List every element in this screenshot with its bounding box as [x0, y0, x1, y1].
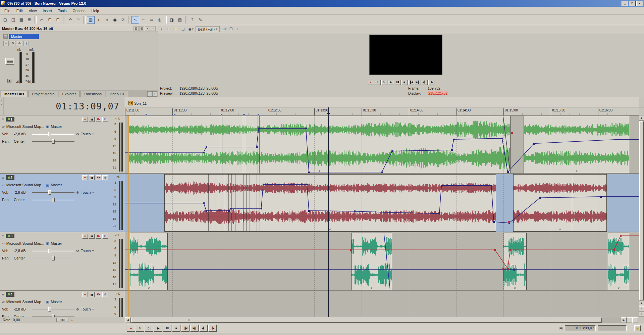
bus-routing-icon[interactable]: ▣ [46, 125, 49, 129]
audio-event[interactable]: ⊕ [128, 116, 511, 173]
mixer-button[interactable]: ▤ [176, 16, 184, 24]
track-grip-icon[interactable]: ≡ [2, 234, 4, 238]
vscroll-track[interactable] [639, 121, 644, 301]
external-monitor-button[interactable]: ◫ [180, 26, 186, 32]
volume-value[interactable]: -2,8 dB [14, 307, 31, 311]
title-bar[interactable]: 0% (30 of 30) - Son Nu.veg - Vegas Pro 1… [0, 0, 644, 7]
zoom-out-vertical-button[interactable]: − [639, 306, 644, 312]
track-4-mute-button[interactable]: ⊘ [102, 292, 108, 297]
envelope-node[interactable] [258, 128, 260, 129]
envelope-node[interactable] [228, 210, 230, 212]
tab-video-fx[interactable]: Video FX [106, 91, 128, 97]
event-handle-icon[interactable]: ⊕ [575, 170, 579, 173]
copy-button[interactable]: ⊞ [46, 16, 54, 24]
envelope-node[interactable] [350, 249, 352, 251]
track-lane-1[interactable]: ⊕⊕ [125, 115, 639, 174]
go-to-end-button[interactable]: ▶▌ [190, 325, 199, 332]
envelope-node[interactable] [451, 149, 453, 151]
playback-cursor[interactable] [328, 115, 329, 317]
tab-master-bus[interactable]: Master Bus [1, 91, 28, 97]
recording-device-label[interactable]: Microsoft Sound Map... [6, 125, 44, 129]
track-header-4[interactable]: ≡4●▮▮✖▾⊘▱Microsoft Sound Map...▣MasterVo… [0, 291, 125, 317]
normal-edit-tool-button[interactable]: ↖ [131, 16, 139, 24]
undo-button[interactable]: ↶ [66, 16, 74, 24]
marker-number[interactable]: 11 [128, 101, 133, 105]
auto-ripple-button[interactable]: ≈ [103, 16, 111, 24]
bus-assignment-label[interactable]: Master [51, 125, 62, 129]
recording-device-label[interactable]: Microsoft Sound Map... [6, 183, 44, 187]
zoom-in-vertical-button[interactable]: + [639, 312, 644, 317]
track-header-2[interactable]: ≡2●▮▮✖▾⊘▱Microsoft Sound Map...▣MasterVo… [0, 174, 125, 232]
event-handle-icon[interactable]: ⊕ [616, 286, 621, 290]
timeline-marker[interactable]: 11 Son_11 [128, 101, 147, 105]
redo-button[interactable]: ↷ [74, 16, 82, 24]
envelope-node[interactable] [494, 249, 496, 251]
pan-slider[interactable] [32, 315, 74, 317]
envelope-node[interactable] [507, 268, 509, 270]
event-handle-icon[interactable]: ⊕ [147, 286, 151, 290]
track-4-track-fx-button[interactable]: ✖▾ [96, 292, 101, 297]
preview-quality-dropdown[interactable]: Best (Full)▾ [196, 26, 220, 32]
audio-event[interactable]: ⊕ [130, 233, 168, 290]
copy-snapshot-button[interactable]: ⊡ [166, 26, 172, 32]
audio-event[interactable]: ⊕ [513, 174, 607, 232]
tab-transitions[interactable]: Transitions [80, 91, 105, 97]
pan-slider[interactable] [32, 198, 74, 202]
envelope-node[interactable] [203, 152, 205, 153]
menu-file[interactable]: File [1, 7, 13, 14]
automation-settings-icon[interactable]: ⚙ [76, 132, 79, 136]
envelope-node[interactable] [620, 235, 622, 237]
bus-fader-icon[interactable]: ≡ [3, 41, 9, 46]
bus-assignment-label[interactable]: Master [51, 300, 62, 304]
open-project-button[interactable]: ◰ [9, 16, 17, 24]
pan-value[interactable]: Center [14, 139, 31, 143]
track-3-mute-button[interactable]: ⊘ [102, 234, 108, 239]
envelope-node[interactable] [230, 208, 232, 209]
video-output-button[interactable]: ⊟ [173, 26, 179, 32]
automation-settings-icon[interactable]: ⚙ [76, 191, 79, 194]
envelope-node[interactable] [509, 249, 511, 251]
ignore-event-grouping-button[interactable]: ⊘ [119, 16, 127, 24]
scroll-down-button[interactable]: ▼ [639, 301, 644, 306]
envelope-node[interactable] [507, 172, 509, 173]
pan-slider-thumb[interactable] [52, 256, 55, 260]
zoom-in-button[interactable]: + [632, 317, 638, 323]
transport-time-display[interactable]: 01:13:09,07 [565, 325, 596, 331]
track-grip-icon[interactable]: ≡ [2, 176, 4, 180]
paste-button[interactable]: ⊟ [54, 16, 62, 24]
bus-routing-icon[interactable]: ▣ [46, 183, 49, 187]
volume-fader-thumb[interactable] [48, 190, 51, 195]
bus-mute-icon[interactable]: ⊘ [17, 41, 22, 46]
cursor-head-icon[interactable] [327, 113, 330, 115]
enable-snapping-button[interactable]: ▥ [87, 16, 95, 24]
preview-pin-button[interactable]: ⌖ [159, 26, 165, 32]
menu-tools[interactable]: Tools [55, 7, 70, 14]
tab-explorer[interactable]: Explorer [59, 91, 80, 97]
menu-options[interactable]: Options [70, 7, 89, 14]
next-frame-button[interactable]: ▕▶ [428, 80, 434, 85]
go-to-start-button[interactable]: ▐◀ [181, 325, 190, 332]
new-project-button[interactable]: ▢ [1, 16, 9, 24]
play-button[interactable]: ▶ [388, 80, 394, 85]
envelope-node[interactable] [391, 150, 393, 152]
volume-fader-thumb[interactable] [48, 307, 51, 312]
audio-event[interactable]: ⊕ [524, 116, 629, 173]
mixer-panel-button-4[interactable]: ≡ [151, 26, 156, 31]
next-frame-button[interactable]: ▕▶ [208, 325, 217, 332]
trimmer-button[interactable]: ◨ [168, 16, 176, 24]
track-3-arm-button[interactable]: ● [82, 234, 88, 239]
envelope-node[interactable] [600, 196, 602, 198]
audio-event[interactable]: ⊕ [503, 233, 527, 290]
volume-fader-thumb[interactable] [48, 249, 51, 253]
envelope-node[interactable] [439, 213, 440, 214]
envelope-node[interactable] [354, 210, 356, 212]
cut-button[interactable]: ✂ [38, 16, 46, 24]
event-handle-icon[interactable]: ⊕ [558, 228, 562, 231]
track-2-track-fx-button[interactable]: ✖▾ [96, 175, 101, 180]
envelope-edit-tool-button[interactable]: ~ [140, 16, 147, 24]
track-1-mute-button[interactable]: ⊘ [102, 117, 108, 122]
track-1-track-fx-button[interactable]: ✖▾ [96, 117, 101, 122]
track-grip-icon[interactable]: ≡ [2, 117, 4, 121]
automation-settings-icon[interactable]: ⚙ [76, 307, 79, 311]
video-preview-screen[interactable] [369, 35, 442, 75]
